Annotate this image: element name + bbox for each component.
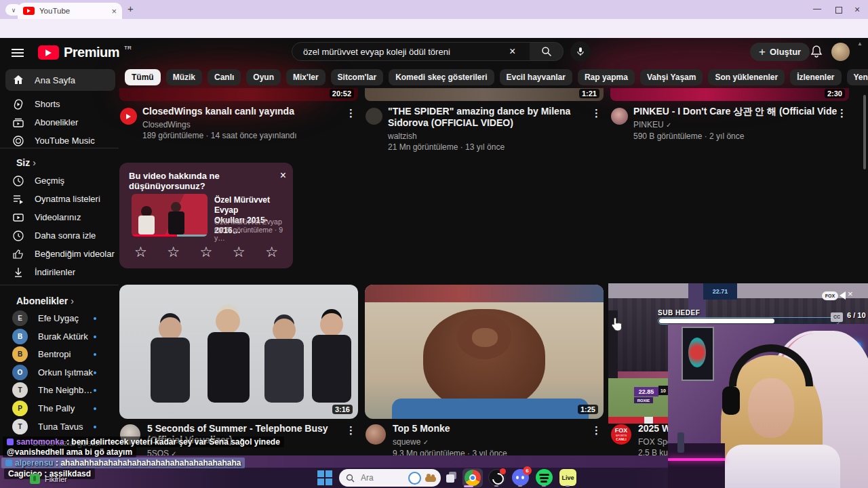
channel-avatar[interactable]: FOX SPORTS CANLI <box>611 424 631 445</box>
sidebar-item-shorts[interactable]: Shorts <box>5 95 115 113</box>
channel-avatar[interactable] <box>366 424 386 445</box>
sidebar-channel-orkun-isitmak[interactable]: O Orkun Işıtmak <box>5 363 115 382</box>
video-thumbnail[interactable]: 20:52 <box>119 88 358 101</box>
chip-mixler[interactable]: Mix'ler <box>286 69 326 85</box>
search-button[interactable] <box>530 42 564 61</box>
sidebar-channel-bentropi[interactable]: B Bentropi <box>5 345 115 363</box>
sidebar-item-oynatma-listeleri[interactable]: Oynatma listeleri <box>5 190 115 208</box>
chip-izlenenler[interactable]: İzlenenler <box>790 69 841 85</box>
star-icon[interactable]: ☆ <box>200 244 213 260</box>
chip-evcil[interactable]: Evcil hayvanlar <box>500 69 572 85</box>
kebab-menu-icon[interactable]: ⋮ <box>346 424 356 436</box>
chip-tumu[interactable]: Tümü <box>125 69 161 85</box>
sidebar-channel-the-pally[interactable]: P The Pally <box>5 399 115 418</box>
channel-avatar: B <box>12 346 28 362</box>
kebab-menu-icon[interactable]: ⋮ <box>837 107 847 119</box>
window-close-button[interactable]: × <box>854 4 860 15</box>
window-maximize-button[interactable] <box>835 7 842 14</box>
sidebar-item-abonelikler[interactable]: Abonelikler <box>5 113 115 131</box>
channel-name[interactable]: PINKEU ✓ <box>633 119 848 131</box>
star-icon[interactable]: ☆ <box>265 244 278 260</box>
video-thumbnail[interactable]: 2:30 <box>610 88 849 101</box>
star-icon[interactable]: ☆ <box>167 244 180 260</box>
video-title[interactable]: PINKEU - I Don't Care 상관 안 해 (Official V… <box>633 106 837 117</box>
fikirler-widget[interactable]: Fikirler <box>30 474 67 484</box>
chip-son-yuklenenler[interactable]: Son yüklenenler <box>708 69 785 85</box>
chip-vahsi[interactable]: Vahşi Yaşam <box>640 69 703 85</box>
sidebar-section-abonelikler[interactable]: Abonelikler › <box>16 296 74 306</box>
start-button-icon[interactable] <box>317 470 332 485</box>
chip-rap[interactable]: Rap yapma <box>578 69 635 85</box>
sidebar-item-daha-sonra-izle[interactable]: Daha sonra izle <box>5 226 115 245</box>
browser-tab-youtube[interactable]: YouTube × <box>18 3 122 19</box>
pip-close-icon[interactable]: × <box>848 289 853 299</box>
star-icon[interactable]: ☆ <box>233 244 245 260</box>
sidebar-label: İndirilenler <box>35 267 75 277</box>
sidebar-item-ana-sayfa[interactable]: Ana Sayfa <box>5 69 115 91</box>
chip-komedi[interactable]: Komedi skeç gösterileri <box>389 69 494 85</box>
video-title[interactable]: "THE SPIDER" amazing dance by Milena Sid… <box>388 106 585 129</box>
video-title[interactable]: Top 5 Monke <box>393 423 603 434</box>
channel-name[interactable]: ClosedWings <box>142 119 357 130</box>
chip-yeni-oneriler[interactable]: Yeni öneriler <box>847 69 868 85</box>
sidebar-channel-efe-uygac[interactable]: E Efe Uygaç <box>5 309 115 327</box>
kebab-menu-icon[interactable]: ⋮ <box>591 424 601 436</box>
obs-icon[interactable] <box>488 469 505 486</box>
account-avatar[interactable] <box>831 43 850 61</box>
sidebar-section-siz[interactable]: Siz › <box>16 157 36 168</box>
video-title[interactable]: ClosedWings kanalı canlı yayında <box>142 106 357 117</box>
sidebar-item-begendigim-videolar[interactable]: Beğendiğim videolar <box>5 245 115 263</box>
channel-avatar[interactable] <box>611 108 628 125</box>
channel-avatar[interactable] <box>366 108 382 125</box>
task-view-icon[interactable] <box>446 472 458 483</box>
hamburger-menu-icon[interactable] <box>12 47 24 59</box>
stream-facecam[interactable] <box>668 324 868 488</box>
tab-close-icon[interactable]: × <box>111 7 117 16</box>
page-scrollbar-thumb[interactable] <box>863 95 866 169</box>
sidebar-channel-tuna-tavus[interactable]: T Tuna Tavus <box>5 418 115 436</box>
video-card[interactable]: "THE SPIDER" amazing dance by Milena Sid… <box>366 106 603 152</box>
video-thumbnail[interactable]: 1:25 <box>365 285 604 419</box>
discord-icon[interactable]: 6 <box>512 469 529 486</box>
channel-avatar: T <box>12 419 28 434</box>
video-thumbnail[interactable]: 1:21 <box>365 88 604 101</box>
channel-name[interactable]: squewe ✓ <box>393 436 603 448</box>
notifications-bell-icon[interactable] <box>810 45 823 61</box>
sidebar-channel-the-neighbourhood[interactable]: T The Neighbourh... <box>5 381 115 399</box>
voice-search-button[interactable] <box>570 41 591 62</box>
taskbar-search-input[interactable] <box>359 472 403 483</box>
chip-oyun[interactable]: Oyun <box>246 69 281 85</box>
kebab-menu-icon[interactable]: ⋮ <box>346 107 356 119</box>
sidebar-item-videolariniz[interactable]: Videolarınız <box>5 208 115 226</box>
search-clear-icon[interactable]: × <box>509 45 515 58</box>
chip-sitcomlar[interactable]: Sitcom'lar <box>331 69 384 85</box>
channel-name[interactable]: waltzish <box>388 131 603 142</box>
survey-close-icon[interactable]: × <box>280 169 286 182</box>
muted-speaker-icon[interactable] <box>840 291 846 300</box>
video-card[interactable]: Top 5 Monke squewe ✓ 9,3 Mn görüntüleme … <box>366 423 603 457</box>
sidebar-item-youtube-music[interactable]: YouTube Music <box>5 131 115 150</box>
video-card[interactable]: PINKEU - I Don't Care 상관 안 해 (Official V… <box>611 106 848 142</box>
channel-avatar[interactable] <box>120 108 137 125</box>
taskbar-search-box[interactable] <box>339 469 441 487</box>
youtube-premium-logo[interactable]: Premium TR <box>38 45 132 60</box>
search-box[interactable]: × <box>292 42 530 61</box>
survey-thumbnail[interactable] <box>132 194 208 237</box>
spotify-icon[interactable] <box>536 469 553 486</box>
sidebar-item-indirilenler[interactable]: İndirilenler <box>5 263 115 281</box>
star-icon[interactable]: ☆ <box>134 244 147 260</box>
scrollbar-up-arrow[interactable]: ▲ <box>857 41 863 47</box>
chrome-taskbar-active-bg[interactable] <box>462 468 483 487</box>
search-input[interactable] <box>302 46 508 58</box>
new-tab-button[interactable]: + <box>127 3 134 14</box>
window-minimize-button[interactable]: — <box>813 4 821 14</box>
sidebar-item-gecmis[interactable]: Geçmiş <box>5 171 115 190</box>
video-thumbnail[interactable]: 3:16 <box>119 285 358 419</box>
video-card[interactable]: ClosedWings kanalı canlı yayında ClosedW… <box>120 106 357 141</box>
live-app-icon[interactable]: Live <box>559 469 576 486</box>
sidebar-channel-burak-akturk[interactable]: B Burak Aktürk <box>5 327 115 346</box>
kebab-menu-icon[interactable]: ⋮ <box>591 107 601 119</box>
create-button[interactable]: + Oluştur <box>750 43 810 61</box>
chip-muzik[interactable]: Müzik <box>166 69 202 85</box>
chip-canli[interactable]: Canlı <box>208 69 241 85</box>
